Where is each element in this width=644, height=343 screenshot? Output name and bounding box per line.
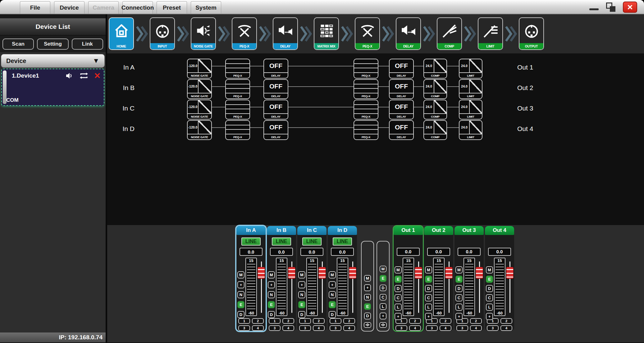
process-button-d[interactable]: D — [395, 285, 402, 292]
process-button-plus[interactable]: + — [364, 284, 371, 291]
assign-button-2[interactable]: 2 — [343, 318, 355, 324]
process-button-m[interactable]: M — [364, 275, 371, 282]
fader-track[interactable] — [476, 259, 483, 315]
channel-header[interactable]: Out 4 — [485, 226, 514, 235]
process-button-l[interactable]: L — [380, 303, 386, 310]
process-button-plus[interactable]: + — [486, 313, 493, 320]
routing-block-peq-x[interactable]: PEQ-X — [354, 100, 378, 120]
menu-preset[interactable]: Preset — [157, 1, 187, 14]
gain-value[interactable]: 0.0 — [240, 248, 263, 256]
process-button-plus[interactable]: + — [329, 281, 336, 288]
process-button-e[interactable]: E — [455, 276, 463, 283]
process-button-d[interactable]: D — [425, 285, 432, 292]
routing-block-delay[interactable]: OFFDELAY — [263, 100, 288, 120]
routing-block-peq-x[interactable]: PEQ-X — [225, 100, 250, 120]
assign-button-3[interactable]: 3 — [395, 325, 407, 331]
process-button-n[interactable]: N — [237, 291, 244, 298]
routing-block-delay[interactable]: OFFDELAY — [263, 120, 288, 140]
gain-value[interactable]: 0.0 — [397, 248, 420, 256]
routing-block-peq-x[interactable]: PEQ-X — [354, 120, 378, 140]
menu-device[interactable]: Device — [54, 1, 84, 14]
line-source-button[interactable]: LINE — [272, 237, 291, 246]
device-card[interactable]: 1.Device1 ✕ COM — [1, 69, 104, 106]
routing-block-peq-x[interactable]: PEQ-X — [225, 59, 250, 79]
process-button-e[interactable]: E — [425, 276, 432, 283]
routing-block-noise-gate[interactable]: -120.0NOISE GATE — [187, 100, 212, 120]
fader-track[interactable] — [349, 259, 356, 315]
line-source-button[interactable]: LINE — [302, 237, 322, 246]
fader-track[interactable] — [415, 259, 422, 315]
process-button-e[interactable]: E — [395, 276, 402, 283]
close-button[interactable]: × — [623, 2, 637, 13]
fader-track[interactable] — [445, 259, 453, 315]
gain-value[interactable]: 0.0 — [427, 248, 450, 256]
assign-button-4[interactable]: 4 — [282, 325, 294, 331]
channel-header[interactable]: Out 2 — [424, 226, 453, 235]
process-button-m[interactable]: M — [455, 266, 463, 273]
process-button-plus[interactable]: + — [237, 281, 244, 288]
fader-track[interactable] — [318, 259, 326, 315]
menu-system[interactable]: System — [191, 1, 221, 14]
routing-block-comp[interactable]: 24.0COMP — [423, 79, 447, 99]
fader-track[interactable] — [506, 259, 514, 315]
assign-button-2[interactable]: 2 — [282, 318, 294, 324]
channel-header[interactable]: In D — [328, 226, 357, 235]
chain-tile-peq-x[interactable]: PEQ-X — [355, 17, 380, 50]
gain-value[interactable]: 0.0 — [270, 248, 293, 256]
chain-tile-noise-gate[interactable]: NOISE GATE — [191, 17, 216, 50]
fader-handle[interactable] — [415, 267, 422, 279]
process-button-m[interactable]: M — [329, 271, 336, 278]
routing-block-limit[interactable]: 24.0LIMIT — [459, 59, 482, 79]
chain-tile-delay[interactable]: DELAY — [273, 17, 298, 50]
chain-tile-output[interactable]: OUTPUT — [519, 17, 544, 50]
process-button-m[interactable]: M — [298, 271, 305, 278]
process-button-n[interactable]: N — [298, 291, 305, 298]
line-source-button[interactable]: LINE — [241, 237, 261, 246]
process-button-n[interactable]: N — [268, 291, 275, 298]
process-button-d[interactable]: D — [364, 313, 371, 319]
routing-block-comp[interactable]: 24.0COMP — [423, 100, 447, 120]
channel-header[interactable]: Out 1 — [394, 226, 423, 235]
assign-button-4[interactable]: 4 — [470, 325, 482, 331]
process-button-plus[interactable]: + — [395, 313, 402, 320]
restore-button[interactable] — [606, 2, 615, 12]
routing-block-noise-gate[interactable]: -120.0NOISE GATE — [187, 79, 212, 99]
assign-button-1[interactable]: 1 — [299, 318, 311, 324]
assign-button-2[interactable]: 2 — [500, 318, 512, 324]
fader-handle[interactable] — [288, 267, 295, 279]
routing-block-limit[interactable]: 24.0LIMIT — [459, 100, 482, 120]
menu-connection[interactable]: Connection — [122, 1, 153, 14]
channel-header[interactable]: In C — [297, 226, 327, 235]
routing-block-limit[interactable]: 24.0LIMIT — [459, 120, 482, 140]
process-button-d[interactable]: D — [329, 311, 336, 318]
process-button-m[interactable]: M — [237, 271, 244, 278]
setting-button[interactable]: Setting — [37, 38, 68, 50]
process-button-plus[interactable]: + — [298, 281, 305, 288]
process-button-e[interactable]: E — [364, 303, 371, 310]
assign-button-4[interactable]: 4 — [343, 325, 355, 331]
assign-button-3[interactable]: 3 — [456, 325, 468, 331]
menu-file[interactable]: File — [20, 1, 50, 14]
chain-tile-home[interactable]: HOME — [109, 17, 134, 50]
process-button-m[interactable]: M — [425, 266, 432, 273]
process-button-e[interactable]: E — [486, 276, 493, 283]
process-button-d[interactable]: D — [455, 285, 463, 292]
gain-value[interactable]: 0.0 — [300, 248, 323, 256]
chain-tile-input[interactable]: INPUT — [150, 17, 175, 50]
process-button-e[interactable]: E — [329, 301, 336, 308]
link-icon[interactable] — [364, 322, 371, 328]
assign-button-4[interactable]: 4 — [252, 325, 264, 331]
process-button-n[interactable]: N — [329, 291, 336, 298]
process-button-d[interactable]: D — [298, 311, 305, 318]
gain-value[interactable]: 0.0 — [458, 248, 481, 256]
process-button-plus[interactable]: + — [455, 313, 463, 320]
process-button-plus[interactable]: + — [425, 313, 432, 320]
process-button-l[interactable]: L — [425, 304, 432, 311]
process-button-l[interactable]: L — [395, 304, 402, 311]
assign-button-1[interactable]: 1 — [238, 318, 250, 324]
assign-button-3[interactable]: 3 — [487, 325, 499, 331]
chain-tile-peq-x[interactable]: PEQ-X — [232, 17, 257, 50]
refresh-icon[interactable] — [80, 72, 88, 79]
assign-button-1[interactable]: 1 — [269, 318, 281, 324]
routing-block-peq-x[interactable]: PEQ-X — [225, 120, 250, 140]
